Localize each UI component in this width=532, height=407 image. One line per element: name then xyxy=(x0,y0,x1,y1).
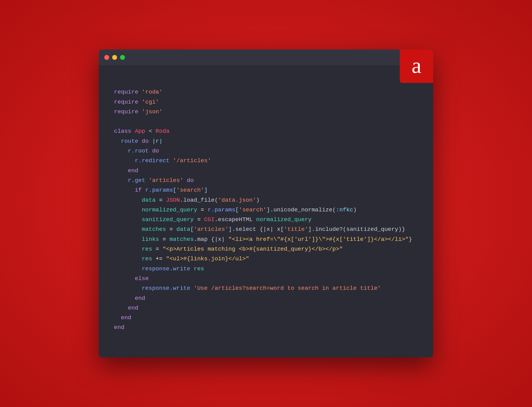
titlebar xyxy=(99,50,433,65)
logo-letter: a xyxy=(412,55,421,78)
code-window: a require 'roda' require 'cgi' require '… xyxy=(99,50,433,357)
close-dot[interactable] xyxy=(104,55,109,60)
logo-badge: a xyxy=(400,50,433,83)
minimize-dot[interactable] xyxy=(112,55,117,60)
code-block: require 'roda' require 'cgi' require 'js… xyxy=(99,65,433,357)
maximize-dot[interactable] xyxy=(120,55,125,60)
